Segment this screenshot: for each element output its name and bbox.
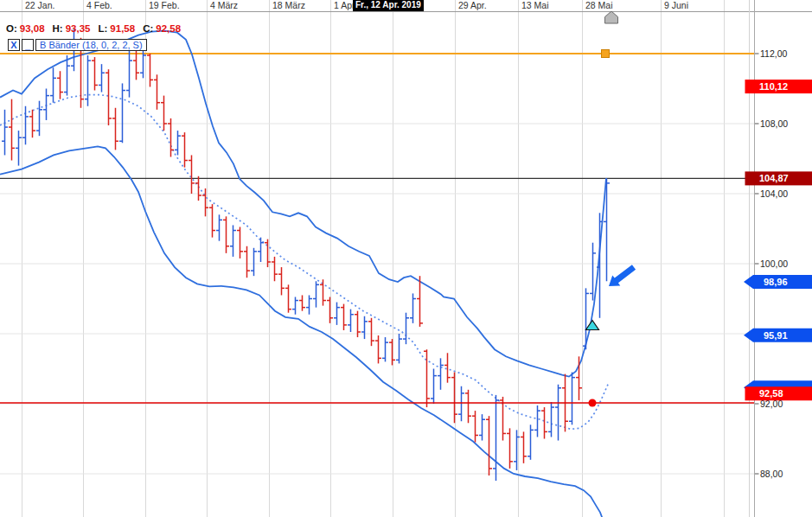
ohlc-bar	[292, 297, 298, 314]
ohlc-bar	[22, 106, 29, 145]
ohlc-bar	[126, 50, 132, 98]
price-highlight-label: 110,12	[759, 81, 788, 92]
indicator-legend: X _ B Bänder (18, 0, 2, 2, S)	[8, 39, 147, 51]
ohlc-bar	[403, 313, 409, 344]
ohlc-bar	[361, 316, 368, 339]
ohlc-bar	[182, 132, 188, 168]
low-value: 91,58	[110, 23, 135, 34]
date-axis-label: 13 Mai	[521, 0, 549, 10]
ohlc-bar	[92, 57, 98, 90]
date-axis-label: 4 Feb.	[86, 0, 112, 10]
date-tooltip: Fr., 12 Apr. 2019	[353, 0, 424, 11]
ohlc-bar	[493, 395, 499, 481]
chart-window: 22 Jan.4 Feb.19 Feb.4 März18 März1 Apr.1…	[0, 0, 812, 517]
ohlc-bar	[486, 416, 492, 476]
low-label: L:	[98, 23, 107, 34]
ohlc-bar	[161, 96, 167, 131]
ohlc-bar	[299, 295, 305, 310]
price-axis-label: 88,00	[760, 469, 783, 479]
ohlc-bar	[216, 214, 222, 240]
ohlc-bar	[465, 390, 471, 423]
open-label: O:	[6, 23, 17, 34]
indicator-name[interactable]: B Bänder (18, 0, 2, 2, S)	[35, 39, 147, 51]
ohlc-bar	[105, 69, 112, 125]
price-axis-label: 104,00	[760, 188, 788, 199]
ohlc-bar	[472, 411, 478, 442]
ohlc-bar	[251, 248, 257, 276]
ohlc-bar	[306, 295, 312, 314]
high-value: 93,35	[66, 23, 91, 34]
ohlc-bar	[2, 110, 8, 156]
ohlc-bar	[16, 131, 22, 166]
ohlc-bar	[50, 67, 56, 103]
price-axis-label: 108,00	[760, 118, 788, 129]
ohlc-bar	[147, 54, 153, 86]
date-axis-label: 18 März	[272, 0, 305, 10]
date-axis-label: 22 Jan.	[25, 0, 54, 10]
bollinger-middle-band	[0, 95, 608, 430]
ohlc-bar	[583, 288, 589, 349]
ohlc-bar	[527, 424, 534, 460]
ohlc-bar	[569, 373, 575, 425]
price-highlight-label: 104,87	[759, 173, 789, 183]
ohlc-bar	[175, 131, 181, 155]
ohlc-bar	[534, 405, 540, 437]
ohlc-bar	[341, 304, 347, 330]
ohlc-bar	[99, 64, 105, 92]
ohlc-bar	[548, 402, 554, 437]
date-axis-label: 9 Juni	[664, 0, 688, 10]
ohlc-bar	[278, 267, 285, 295]
buy-signal-triangle-marker	[586, 320, 599, 329]
ohlc-bar	[43, 89, 49, 120]
date-axis-label: 4 März	[210, 0, 238, 10]
annotation-arrow-icon	[609, 265, 636, 286]
ohlc-bar	[541, 407, 547, 438]
ohlc-bar	[244, 246, 250, 278]
ohlc-bar	[36, 101, 42, 137]
price-axis-label: 100,00	[760, 258, 788, 269]
date-marker-pentagon[interactable]	[605, 11, 618, 23]
ohlc-bar	[355, 311, 361, 337]
ohlc-readout: O:93,08H:93,35L:91,58C:92,58	[6, 23, 189, 34]
ohlc-bar	[223, 216, 229, 253]
open-value: 93,08	[20, 23, 45, 34]
ohlc-bar	[438, 358, 444, 389]
indicator-minimize-button[interactable]: _	[22, 39, 34, 51]
ohlc-bar	[189, 155, 195, 194]
ohlc-bar	[119, 83, 125, 143]
ohlc-bar	[348, 310, 354, 332]
ohlc-bar	[334, 303, 340, 325]
ohlc-bar	[451, 373, 457, 424]
ohlc-bar	[389, 339, 395, 365]
ohlc-bar	[230, 225, 236, 256]
ohlc-bar	[555, 385, 561, 441]
ohlc-bar	[479, 414, 485, 440]
ohlc-bar	[382, 337, 388, 361]
ohlc-bar	[272, 257, 278, 281]
indicator-close-button[interactable]: X	[8, 39, 20, 51]
ohlc-bar	[57, 71, 63, 99]
ohlc-bar	[368, 318, 374, 346]
ohlc-bar	[410, 293, 416, 322]
ohlc-bar	[237, 227, 243, 258]
price-axis-label: 112,00	[760, 48, 787, 59]
orange-line-handle[interactable]	[602, 50, 610, 58]
ohlc-bar	[396, 334, 402, 363]
ohlc-bar	[424, 349, 430, 407]
ohlc-bar	[9, 99, 15, 161]
ohlc-bar	[209, 204, 215, 237]
high-label: H:	[53, 23, 63, 34]
ohlc-bar	[507, 428, 513, 469]
price-chart[interactable]: 22 Jan.4 Feb.19 Feb.4 März18 März1 Apr.1…	[0, 0, 812, 517]
ohlc-bar	[431, 369, 437, 405]
bollinger-upper-band	[0, 31, 606, 377]
ohlc-bar	[375, 335, 381, 363]
ohlc-bar	[576, 356, 582, 400]
ohlc-bar	[320, 279, 326, 305]
price-dot-marker	[589, 399, 597, 406]
close-label: C:	[143, 23, 153, 34]
ohlc-bar	[521, 431, 527, 463]
ohlc-bar	[258, 238, 264, 262]
ohlc-bar	[85, 55, 91, 106]
ohlc-bar	[154, 74, 160, 110]
